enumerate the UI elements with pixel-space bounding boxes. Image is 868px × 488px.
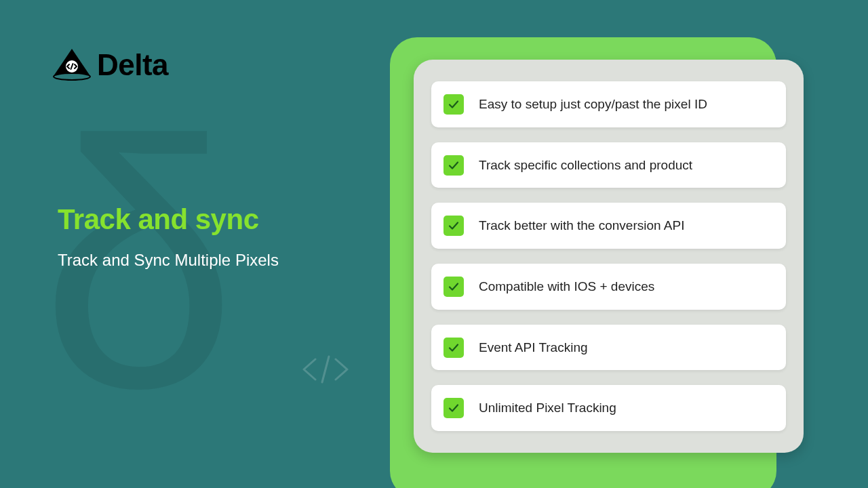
hero-title: Track and sync [58, 203, 279, 236]
brand-name: Delta [97, 48, 168, 82]
feature-label: Unlimited Pixel Tracking [479, 401, 616, 415]
logo-mark-icon [51, 47, 93, 83]
hero-section: Track and sync Track and Sync Multiple P… [58, 203, 279, 270]
feature-item: Track specific collections and product [431, 142, 786, 188]
feature-label: Track specific collections and product [479, 158, 692, 173]
checkmark-icon [443, 398, 464, 418]
feature-label: Track better with the conversion API [479, 218, 684, 233]
feature-item: Unlimited Pixel Tracking [431, 385, 786, 431]
feature-item: Track better with the conversion API [431, 203, 786, 249]
svg-line-0 [322, 357, 329, 382]
feature-label: Event API Tracking [479, 340, 588, 355]
feature-item: Compatible with IOS + devices [431, 264, 786, 310]
checkmark-icon [443, 338, 464, 358]
feature-item: Easy to setup just copy/past the pixel I… [431, 81, 786, 127]
feature-label: Compatible with IOS + devices [479, 279, 654, 294]
features-card: Easy to setup just copy/past the pixel I… [414, 60, 804, 453]
feature-label: Easy to setup just copy/past the pixel I… [479, 97, 707, 112]
checkmark-icon [443, 155, 464, 176]
background-delta-glyph: δ [41, 88, 366, 468]
hero-subtitle: Track and Sync Multiple Pixels [58, 251, 279, 270]
checkmark-icon [443, 216, 464, 236]
brand-logo: Delta [51, 47, 168, 83]
checkmark-icon [443, 277, 464, 297]
feature-item: Event API Tracking [431, 325, 786, 371]
code-icon [298, 352, 353, 389]
checkmark-icon [443, 94, 464, 115]
